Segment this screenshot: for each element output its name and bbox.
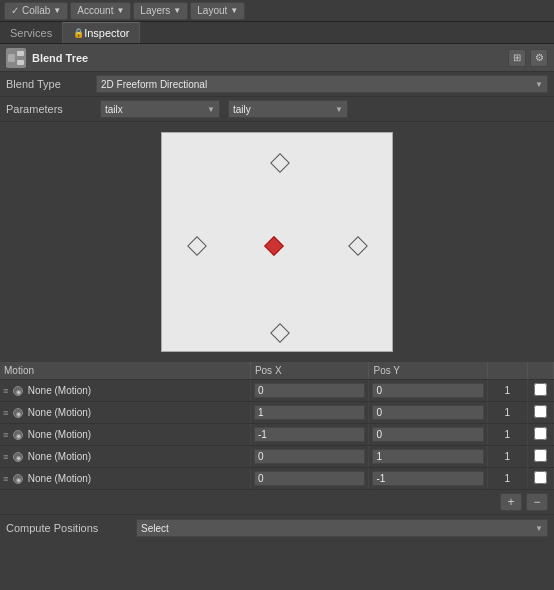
hamburger-icon-3: ≡	[3, 452, 8, 462]
checkbox-cell-1	[527, 402, 553, 424]
hamburger-icon-1: ≡	[3, 408, 8, 418]
extra-cell-3: 1	[488, 446, 528, 468]
hamburger-icon-0: ≡	[3, 386, 8, 396]
row-checkbox-0[interactable]	[534, 383, 547, 396]
param1-select[interactable]: tailx ▼	[100, 100, 220, 118]
posx-input-0[interactable]	[254, 383, 366, 398]
add-motion-button[interactable]: +	[500, 493, 522, 511]
blend-tree-title: Blend Tree	[32, 52, 502, 64]
posy-input-2[interactable]	[372, 427, 484, 442]
posy-input-3[interactable]	[372, 449, 484, 464]
obj-picker-2[interactable]: ◉	[13, 430, 23, 440]
checkmark-icon: ✓	[11, 5, 19, 16]
table-actions: + −	[0, 490, 554, 515]
compute-label: Compute Positions	[6, 522, 136, 534]
account-button[interactable]: Account ▼	[70, 2, 131, 20]
tab-services[interactable]: Services	[0, 22, 63, 43]
extra-cell-4: 1	[488, 468, 528, 490]
obj-picker-4[interactable]: ◉	[13, 474, 23, 484]
compute-row: Compute Positions Select ▼	[0, 515, 554, 541]
motion-cell-1: ≡ ◉ None (Motion)	[0, 402, 250, 424]
obj-picker-3[interactable]: ◉	[13, 452, 23, 462]
account-arrow-icon: ▼	[116, 6, 124, 15]
layers-arrow-icon: ▼	[173, 6, 181, 15]
posy-input-1[interactable]	[372, 405, 484, 420]
blend-type-select[interactable]: 2D Freeform Directional ▼	[96, 75, 548, 93]
inspector-panel: Blend Tree ⊞ ⚙ Blend Type 2D Freeform Di…	[0, 44, 554, 590]
row-checkbox-2[interactable]	[534, 427, 547, 440]
panel-tabs: Services 🔒 Inspector	[0, 22, 554, 44]
posy-input-4[interactable]	[372, 471, 484, 486]
tab-inspector[interactable]: 🔒 Inspector	[63, 22, 140, 43]
motion-cell-0: ≡ ◉ None (Motion)	[0, 380, 250, 402]
col-extra	[488, 362, 528, 380]
motion-cell-2: ≡ ◉ None (Motion)	[0, 424, 250, 446]
collab-label: Collab	[22, 5, 50, 16]
table-row: ≡ ◉ None (Motion) 1	[0, 402, 554, 424]
top-bar: ✓ Collab ▼ Account ▼ Layers ▼ Layout ▼	[0, 0, 554, 22]
posy-cell-2	[369, 424, 488, 446]
motion-table: Motion Pos X Pos Y ≡ ◉ None (Motion) 1	[0, 362, 554, 490]
posx-cell-3	[250, 446, 369, 468]
posy-cell-3	[369, 446, 488, 468]
layout-button[interactable]: Layout ▼	[190, 2, 245, 20]
graph-diamond-4[interactable]	[270, 323, 290, 343]
account-label: Account	[77, 5, 113, 16]
col-posy: Pos Y	[369, 362, 488, 380]
compute-arrow-icon: ▼	[535, 524, 543, 533]
col-posx: Pos X	[250, 362, 369, 380]
row-checkbox-3[interactable]	[534, 449, 547, 462]
posy-input-0[interactable]	[372, 383, 484, 398]
posx-input-4[interactable]	[254, 471, 366, 486]
graph-diamond-3[interactable]	[348, 236, 368, 256]
compute-select[interactable]: Select ▼	[136, 519, 548, 537]
expand-icon-btn[interactable]: ⊞	[508, 49, 526, 67]
blend-tree-icons: ⊞ ⚙	[508, 49, 548, 67]
posx-input-1[interactable]	[254, 405, 366, 420]
row-checkbox-4[interactable]	[534, 471, 547, 484]
motion-name-3: None (Motion)	[28, 451, 91, 462]
posx-input-2[interactable]	[254, 427, 366, 442]
checkbox-cell-2	[527, 424, 553, 446]
collab-arrow-icon: ▼	[53, 6, 61, 15]
remove-motion-button[interactable]: −	[526, 493, 548, 511]
layout-label: Layout	[197, 5, 227, 16]
parameters-row: Parameters tailx ▼ taily ▼	[0, 97, 554, 122]
parameters-label: Parameters	[6, 103, 96, 115]
settings-icon-btn[interactable]: ⚙	[530, 49, 548, 67]
collab-button[interactable]: ✓ Collab ▼	[4, 2, 68, 20]
motion-table-container: Motion Pos X Pos Y ≡ ◉ None (Motion) 1	[0, 362, 554, 490]
posy-cell-1	[369, 402, 488, 424]
row-checkbox-1[interactable]	[534, 405, 547, 418]
graph-diamond-1[interactable]	[187, 236, 207, 256]
layers-label: Layers	[140, 5, 170, 16]
obj-picker-1[interactable]: ◉	[13, 408, 23, 418]
posx-input-3[interactable]	[254, 449, 366, 464]
blend-tree-header: Blend Tree ⊞ ⚙	[0, 44, 554, 72]
graph-diamond-0[interactable]	[270, 153, 290, 173]
blend-tree-icon	[6, 48, 26, 68]
param1-arrow-icon: ▼	[207, 105, 215, 114]
blend-type-arrow-icon: ▼	[535, 80, 543, 89]
checkbox-cell-4	[527, 468, 553, 490]
posy-cell-0	[369, 380, 488, 402]
blend-graph-container	[0, 126, 554, 358]
blend-type-row: Blend Type 2D Freeform Directional ▼	[0, 72, 554, 97]
svg-rect-2	[17, 60, 24, 65]
obj-picker-0[interactable]: ◉	[13, 386, 23, 396]
checkbox-cell-3	[527, 446, 553, 468]
layers-button[interactable]: Layers ▼	[133, 2, 188, 20]
blend-graph[interactable]	[161, 132, 393, 352]
motion-name-0: None (Motion)	[28, 385, 91, 396]
table-row: ≡ ◉ None (Motion) 1	[0, 468, 554, 490]
table-row: ≡ ◉ None (Motion) 1	[0, 424, 554, 446]
extra-cell-1: 1	[488, 402, 528, 424]
table-row: ≡ ◉ None (Motion) 1	[0, 380, 554, 402]
motion-cell-4: ≡ ◉ None (Motion)	[0, 468, 250, 490]
svg-rect-1	[17, 51, 24, 56]
extra-cell-2: 1	[488, 424, 528, 446]
motion-name-4: None (Motion)	[28, 473, 91, 484]
graph-diamond-2[interactable]	[264, 236, 284, 256]
param2-select[interactable]: taily ▼	[228, 100, 348, 118]
checkbox-cell-0	[527, 380, 553, 402]
